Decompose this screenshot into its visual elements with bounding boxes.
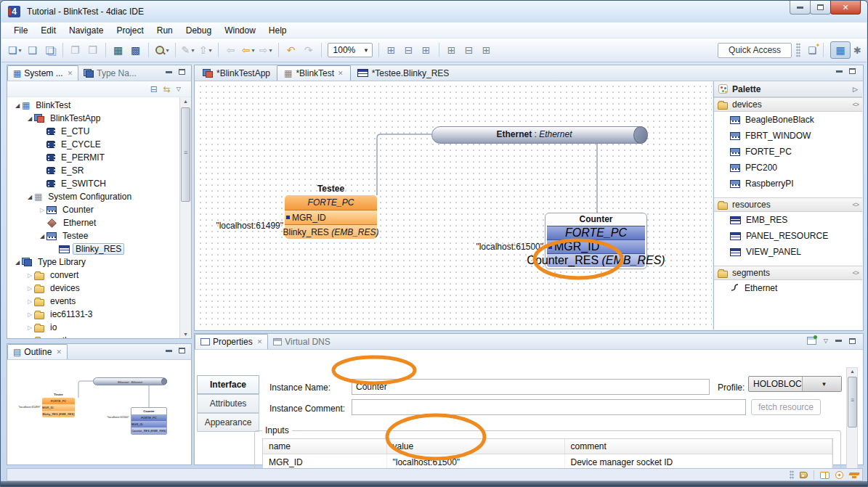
pin-view-icon[interactable]: [807, 337, 816, 345]
data-input-pin[interactable]: [548, 245, 552, 249]
tree-item-e-cycle[interactable]: E_CYCLE: [7, 138, 179, 151]
docs-book-icon[interactable]: [820, 472, 830, 479]
palette-item-emb_res[interactable]: EMB_RES: [714, 212, 862, 228]
view-menu-icon[interactable]: ▽: [824, 337, 828, 344]
expand-arrow-icon[interactable]: ◢: [25, 115, 34, 122]
column-header-comment[interactable]: comment: [564, 439, 832, 454]
tree-item-e-ctu[interactable]: E_CTU: [7, 125, 179, 138]
tab-virtual-dns[interactable]: Virtual DNS: [268, 334, 335, 349]
dropdown-arrow-icon[interactable]: ▾: [166, 47, 169, 54]
forward-icon[interactable]: ⇨▾: [258, 41, 274, 59]
palette-item-raspberrypi[interactable]: RaspberryPI: [714, 176, 862, 192]
menu-run[interactable]: Run: [150, 23, 179, 38]
expand-arrow-icon[interactable]: ▷: [25, 272, 34, 279]
back-icon[interactable]: ⇦▾: [240, 41, 256, 59]
link-with-editor-icon[interactable]: ⇆: [163, 85, 171, 94]
new-wizard-icon[interactable]: ❏▾: [7, 41, 23, 59]
side-tab-interface[interactable]: Interface: [197, 375, 259, 394]
tab-system-explorer[interactable]: ▦ System ... ✕: [7, 65, 78, 81]
tree-item-blinktest[interactable]: ◢▦BlinkTest: [7, 99, 179, 112]
tree-item-convert[interactable]: ▷convert: [7, 269, 179, 282]
maximize-view-icon[interactable]: [179, 69, 185, 75]
collapse-all-icon[interactable]: ⊟: [150, 85, 158, 94]
maximize-view-icon[interactable]: [849, 338, 856, 344]
maximize-window-button[interactable]: [810, 1, 831, 15]
tree-item-counter[interactable]: ▷Counter: [7, 203, 179, 216]
menu-project[interactable]: Project: [110, 23, 150, 38]
dropdown-arrow-icon[interactable]: ▾: [269, 47, 272, 54]
menu-file[interactable]: File: [7, 23, 34, 38]
expand-arrow-icon[interactable]: ▷: [25, 311, 34, 318]
testee-resource-row[interactable]: Blinky_RES (EMB_RES): [285, 224, 377, 239]
redo-icon[interactable]: ↷: [301, 41, 317, 59]
dropdown-arrow-icon[interactable]: ▼: [355, 47, 371, 54]
save-icon[interactable]: ❑: [25, 41, 41, 59]
palette-item-pfc200[interactable]: PFC200: [714, 160, 862, 176]
pin-section-icon[interactable]: <>: [852, 201, 859, 208]
close-icon[interactable]: ✕: [338, 70, 344, 77]
fetch-resource-button[interactable]: fetch resource: [751, 399, 821, 415]
palette-item-beagleboneblack[interactable]: BeagleBoneBlack: [714, 112, 862, 128]
dropdown-arrow-icon[interactable]: ▼: [802, 377, 841, 391]
tree-item-testee[interactable]: ◢Testee: [7, 229, 179, 242]
palette-section-segments[interactable]: segments<>: [714, 266, 862, 280]
data-input-pin[interactable]: [286, 216, 290, 219]
outline-minimap[interactable]: Ethernet : Ethernet Testee FORTE_PC MGR_…: [8, 360, 190, 464]
menu-navigate[interactable]: Navigate: [62, 23, 110, 38]
tree-scrollbar[interactable]: ▲ ▼: [179, 97, 191, 338]
match-size-icon[interactable]: ⊞: [479, 41, 495, 59]
dropdown-arrow-icon[interactable]: ▾: [191, 47, 194, 54]
tab-outline[interactable]: ▤ Outline ✕: [7, 344, 68, 359]
dropdown-arrow-icon[interactable]: ▾: [208, 47, 211, 54]
dropdown-arrow-icon[interactable]: ▾: [251, 47, 254, 54]
tree-item-e-permit[interactable]: E_PERMIT: [7, 151, 179, 164]
tree-item-system-configuration[interactable]: ◢▦System Configuration: [7, 190, 179, 203]
undo-icon[interactable]: ↶: [283, 41, 299, 59]
layout-group-icon[interactable]: ⊞: [384, 41, 399, 59]
search-icon[interactable]: ▾: [153, 41, 171, 59]
badge-icon[interactable]: [835, 471, 843, 479]
tab-properties[interactable]: Properties ✕: [195, 334, 268, 349]
close-icon[interactable]: ✕: [56, 348, 62, 356]
expand-arrow-icon[interactable]: ◢: [13, 259, 22, 266]
go-up-icon[interactable]: ⇧▾: [198, 41, 214, 59]
tree-item-iec61131-3[interactable]: ▷iec61131-3: [7, 308, 179, 321]
tree-item-type-library[interactable]: ◢Type Library: [7, 255, 179, 269]
palette-header[interactable]: Palette ▷: [714, 81, 862, 97]
insert-fb-icon[interactable]: ▦: [110, 41, 126, 59]
counter-device-block[interactable]: Counter FORTE_PC MGR_ID Counter_RES (EMB…: [545, 213, 647, 269]
palette-section-resources[interactable]: resources<>: [714, 197, 862, 212]
tree-item-devices[interactable]: ▷devices: [7, 282, 179, 295]
instance-comment-input[interactable]: [352, 399, 746, 415]
expand-arrow-icon[interactable]: ▷: [25, 337, 34, 339]
minimize-view-icon[interactable]: [835, 340, 842, 342]
pin-section-icon[interactable]: <>: [852, 101, 859, 108]
profile-dropdown[interactable]: HOLOBLOC▼: [748, 376, 842, 392]
close-window-button[interactable]: ✕: [830, 1, 861, 15]
expand-arrow-icon[interactable]: ◢: [13, 102, 22, 109]
editor-tab--testee-blinky-res[interactable]: *Testee.Blinky_RES: [351, 65, 456, 81]
palette-section-devices[interactable]: devices<>: [714, 97, 862, 112]
statusbar-drag-handle[interactable]: [790, 470, 794, 480]
new-application-icon[interactable]: ❐: [68, 41, 84, 59]
layout-ungroup-icon[interactable]: ⊟: [401, 41, 417, 59]
system-perspective-button[interactable]: ▦: [830, 41, 851, 59]
tab-type-navigator[interactable]: Type Na...: [78, 65, 142, 81]
editor-tab--blinktestapp[interactable]: *BlinkTestApp: [196, 65, 277, 81]
minimize-window-button[interactable]: [790, 1, 811, 15]
expand-arrow-icon[interactable]: ▷: [25, 298, 34, 305]
side-tab-appearance[interactable]: Appearance: [197, 413, 259, 432]
instance-name-input[interactable]: Counter: [352, 379, 710, 395]
menu-edit[interactable]: Edit: [34, 23, 62, 38]
minimize-editor-icon[interactable]: [836, 70, 843, 73]
minimize-view-icon[interactable]: [166, 350, 172, 352]
quick-access-box[interactable]: Quick Access: [718, 43, 792, 58]
expand-arrow-icon[interactable]: ▷: [25, 285, 34, 292]
side-tab-attributes[interactable]: Attributes: [197, 394, 259, 413]
distribute-v-icon[interactable]: ⊟: [461, 41, 477, 59]
testee-mgr-id-row[interactable]: MGR_ID: [285, 210, 377, 224]
tutorial-cap-icon[interactable]: [849, 472, 859, 478]
counter-resource-row[interactable]: Counter_RES (EMB_RES): [547, 253, 645, 267]
column-header-name[interactable]: name: [263, 439, 386, 454]
collapse-palette-icon[interactable]: ▷: [853, 86, 858, 93]
